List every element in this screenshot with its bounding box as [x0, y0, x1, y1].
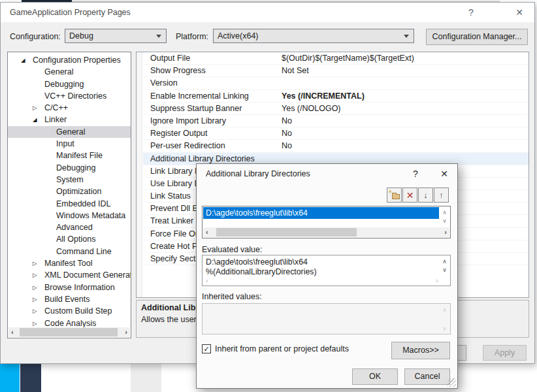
close-icon[interactable]: ✕ [511, 5, 528, 20]
configuration-dropdown[interactable]: Debug [65, 29, 167, 43]
property-row-per-user-redirection[interactable]: Per-user RedirectionNo [143, 140, 529, 152]
property-name: Output File [143, 52, 279, 64]
tree-item-system[interactable]: System [8, 174, 131, 186]
tree-item-label: Debugging [56, 162, 95, 174]
tree-horizontal-scrollbar[interactable]: ‹ › [8, 327, 130, 337]
new-line-button[interactable]: ✳ [387, 188, 402, 203]
move-up-button[interactable]: ↑ [434, 188, 449, 203]
scroll-right-icon[interactable]: › [125, 327, 127, 337]
tree-item-manifest-file[interactable]: Manifest File [8, 150, 131, 161]
scroll-up-icon[interactable]: ∧ [441, 258, 448, 265]
evaluated-value-box[interactable]: D:\agde\tools\freeglut\lib\x64 %(Additio… [202, 255, 451, 286]
macros-button[interactable]: Macros>> [391, 342, 450, 359]
tree-item-browse-information[interactable]: ▷Browse Information [8, 282, 131, 293]
directories-listbox[interactable]: D:\agde\tools\freeglut\lib\x64 ∧ ∨ ‹ › [202, 206, 451, 238]
title-bar[interactable]: Additional Library Directories ? ✕ [197, 164, 457, 184]
scrollbar-thumb[interactable] [20, 328, 118, 336]
scroll-down-icon[interactable]: ∨ [441, 267, 448, 273]
inherited-values-box[interactable]: ∧ ∨ [202, 303, 451, 335]
close-icon[interactable]: ✕ [436, 167, 453, 181]
configuration-manager-button[interactable]: Configuration Manager... [426, 29, 528, 45]
tree-item-label: Manifest Tool [44, 257, 92, 269]
property-row-register-output[interactable]: Register OutputNo [143, 127, 529, 140]
help-icon[interactable]: ? [407, 167, 424, 181]
property-row-version[interactable]: Version [143, 77, 529, 90]
tree-item-label: Input [56, 138, 74, 150]
new-folder-icon: ✳ [389, 190, 400, 200]
scroll-left-icon[interactable]: ‹ [206, 227, 208, 237]
property-name: Additional Library Directories [143, 153, 279, 165]
property-row-ignore-import-library[interactable]: Ignore Import LibraryNo [143, 115, 529, 127]
move-down-button[interactable]: ↓ [418, 188, 433, 203]
collapsed-arrow-icon[interactable]: ▷ [33, 293, 37, 305]
list-vertical-scrollbar[interactable]: ∧ ∨ [440, 207, 449, 227]
collapsed-arrow-icon[interactable]: ▷ [33, 102, 37, 114]
property-row-show-progress[interactable]: Show ProgressNot Set [143, 65, 529, 77]
tree-item-general[interactable]: General [8, 126, 131, 138]
scroll-left-icon[interactable]: ‹ [11, 327, 14, 337]
collapsed-arrow-icon[interactable]: ▷ [33, 257, 37, 269]
tree-item-label: General [56, 126, 85, 138]
title-bar[interactable]: GameApplication Property Pages ? ✕ [1, 3, 534, 22]
grid-gutter [137, 52, 142, 297]
desktop-gray-strip [131, 364, 161, 392]
tree-item-advanced[interactable]: Advanced [8, 221, 131, 233]
tree-item-embedded-idl[interactable]: Embedded IDL [8, 198, 131, 210]
tree-item-label: Windows Metadata [56, 210, 125, 221]
tree-item-custom-build-step[interactable]: ▷Custom Build Step [8, 305, 131, 317]
list-horizontal-scrollbar[interactable]: ‹ › [203, 227, 449, 237]
scroll-right-icon[interactable]: › [444, 227, 447, 237]
evaluated-line-2: %(AdditionalLibraryDirectories) [206, 267, 317, 276]
property-row-output-file[interactable]: Output File$(OutDir)$(TargetName)$(Targe… [143, 52, 529, 65]
evaluated-value-label: Evaluated value: [202, 245, 262, 254]
tree-item-build-events[interactable]: ▷Build Events [8, 293, 131, 305]
tree-item-all-options[interactable]: All Options [8, 233, 131, 245]
expanded-arrow-icon[interactable]: ◢ [21, 54, 25, 66]
platform-label: Platform: [176, 32, 208, 41]
tree-item-general[interactable]: General [8, 66, 131, 78]
collapsed-arrow-icon[interactable]: ▷ [33, 269, 37, 281]
delete-line-button[interactable]: ✕ [402, 188, 417, 203]
tree-item-windows-metadata[interactable]: Windows Metadata [8, 210, 131, 221]
tree-item-label: Configuration Properties [33, 54, 121, 66]
collapsed-arrow-icon[interactable]: ▷ [33, 282, 37, 293]
scroll-up-icon[interactable]: ∧ [441, 209, 448, 216]
apply-button[interactable]: Apply [483, 345, 527, 361]
tree-item-manifest-tool[interactable]: ▷Manifest Tool [8, 257, 131, 269]
property-row-suppress-startup-banner[interactable]: Suppress Startup BannerYes (/NOLOGO) [143, 103, 529, 115]
tree-item-configuration-properties[interactable]: ◢Configuration Properties [8, 54, 131, 66]
tree-item-label: Command Line [56, 246, 112, 257]
tree-item-label: Linker [44, 114, 67, 125]
resize-grip[interactable] [448, 378, 456, 387]
collapsed-arrow-icon[interactable]: ▷ [33, 305, 37, 317]
scroll-up-icon: ∧ [441, 306, 448, 313]
dialog-title: Additional Library Directories [206, 169, 310, 178]
tree-item-command-line[interactable]: Command Line [8, 246, 131, 257]
help-icon[interactable]: ? [463, 5, 480, 20]
property-row-enable-incremental-linking[interactable]: Enable Incremental LinkingYes (/INCREMEN… [143, 90, 529, 103]
ok-button[interactable]: OK [352, 368, 398, 385]
scrollbar-thumb[interactable] [216, 228, 357, 237]
platform-dropdown[interactable]: Active(x64) [213, 29, 414, 43]
tree-item-linker[interactable]: ◢Linker [8, 114, 131, 125]
property-name: Ignore Import Library [143, 115, 279, 127]
tree-item-xml-document-generator[interactable]: ▷XML Document Generator [8, 269, 131, 281]
tree-item-c-c-[interactable]: ▷C/C++ [8, 102, 131, 114]
property-name: Enable Incremental Linking [143, 90, 279, 102]
cancel-button[interactable]: Cancel [404, 368, 450, 385]
tree-item-input[interactable]: Input [8, 138, 131, 150]
tree-item-debugging[interactable]: Debugging [8, 162, 131, 174]
scroll-down-icon[interactable]: ∨ [441, 218, 448, 224]
property-value: No [279, 115, 529, 127]
expanded-arrow-icon[interactable]: ◢ [33, 114, 37, 125]
inherit-checkbox[interactable]: ✓ [202, 344, 211, 353]
tree-item-debugging[interactable]: Debugging [8, 78, 131, 90]
property-value: No [279, 127, 529, 139]
tree-item-label: C/C++ [44, 102, 68, 114]
tree-item-optimization[interactable]: Optimization [8, 186, 131, 197]
tree-item-vc-directories[interactable]: VC++ Directories [8, 90, 131, 102]
property-value: $(OutDir)$(TargetName)$(TargetExt) [279, 52, 529, 64]
tree-item-label: Browse Information [44, 282, 115, 293]
selected-directory-item[interactable]: D:\agde\tools\freeglut\lib\x64 [203, 207, 439, 219]
tree-item-label: XML Document Generator [44, 269, 131, 281]
